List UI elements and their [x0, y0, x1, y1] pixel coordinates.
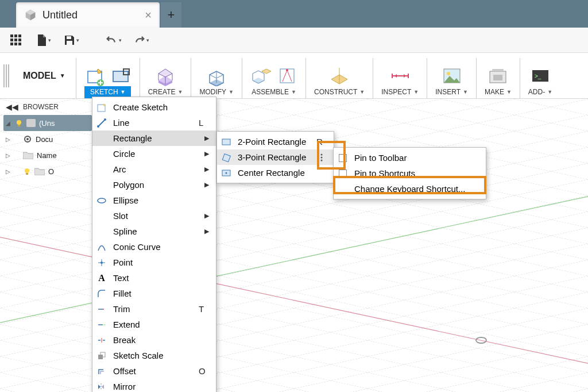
modify-icon[interactable]	[206, 66, 227, 86]
addins-icon[interactable]: >_	[530, 66, 551, 86]
menu-spline[interactable]: Spline▶	[92, 224, 216, 239]
menu-ellipse[interactable]: Ellipse	[92, 193, 216, 208]
ribbon-group-make[interactable]: MAKE	[479, 62, 517, 98]
ctx-change-shortcut[interactable]: Change Keyboard Shortcut...	[334, 181, 486, 197]
cube-icon	[24, 9, 37, 21]
svg-point-40	[98, 198, 106, 203]
new-tab-button[interactable]: +	[161, 2, 181, 28]
menu-line[interactable]: LineL	[92, 115, 216, 130]
svg-point-18	[447, 72, 450, 75]
create-icon[interactable]	[155, 66, 176, 86]
ribbon-grip[interactable]	[3, 64, 9, 87]
save-button[interactable]	[63, 32, 79, 48]
menu-offset[interactable]: OffsetO	[92, 363, 216, 379]
ribbon-group-construct[interactable]: CONSTRUCT	[308, 62, 370, 98]
group-label-inspect[interactable]: INSPECT	[376, 86, 424, 98]
menu-trim[interactable]: TrimT	[92, 301, 216, 317]
ribbon-group-inspect[interactable]: INSPECT	[376, 62, 424, 98]
svg-rect-6	[10, 43, 13, 45]
tree-item-origin[interactable]: ▷ O	[3, 163, 92, 179]
file-button[interactable]	[36, 32, 52, 48]
redo-button[interactable]	[133, 32, 149, 48]
assemble-icon[interactable]	[250, 66, 271, 86]
menu-3pt-rect[interactable]: 3-Point Rectangle	[217, 149, 334, 165]
svg-point-55	[226, 172, 227, 174]
group-label-construct[interactable]: CONSTRUCT	[308, 86, 370, 98]
svg-line-37	[98, 120, 105, 126]
joint-icon[interactable]	[277, 66, 297, 86]
checkbox-icon[interactable]	[339, 154, 347, 162]
menu-2pt-rect[interactable]: 2-Point RectangleR	[217, 134, 334, 149]
insert-icon[interactable]	[442, 66, 462, 86]
menu-scale[interactable]: Sketch Scale	[92, 348, 216, 363]
ribbon-group-modify[interactable]: MODIFY	[194, 62, 239, 98]
svg-rect-20	[493, 75, 502, 80]
menu-mirror[interactable]: Mirror	[92, 379, 216, 392]
group-label-make[interactable]: MAKE	[479, 86, 517, 98]
workspace-switch[interactable]: MODEL	[15, 66, 74, 86]
gear-icon	[23, 134, 32, 144]
menu-break[interactable]: Break	[92, 332, 216, 348]
quick-toolbar	[0, 28, 588, 53]
ribbon: MODEL SKETCH CREATE MODIFY ASSEMBLE CONS…	[0, 53, 588, 99]
checkbox-icon[interactable]	[339, 170, 347, 178]
svg-point-38	[97, 125, 99, 128]
menu-text[interactable]: AText	[92, 270, 216, 286]
folder-icon	[34, 167, 45, 175]
kebab-icon[interactable]	[320, 153, 323, 162]
browser-title: BROWSER	[23, 103, 59, 111]
menu-conic[interactable]: Conic Curve	[92, 239, 216, 255]
tree-item-documents[interactable]: ▷ Docu	[3, 131, 92, 147]
menu-point[interactable]: Point	[92, 255, 216, 270]
sketch2-icon[interactable]	[111, 66, 131, 86]
menu-slot[interactable]: Slot▶	[92, 208, 216, 224]
svg-point-51	[321, 153, 323, 155]
svg-point-52	[321, 156, 323, 158]
inspect-icon[interactable]	[390, 66, 411, 86]
component-icon	[26, 119, 36, 127]
workspace-label: MODEL	[23, 71, 56, 81]
menu-fillet[interactable]: Fillet	[92, 286, 216, 301]
menu-create-sketch[interactable]: Create Sketch	[92, 99, 216, 115]
grid-icon[interactable]	[8, 32, 24, 48]
tree-root[interactable]: ◢ (Uns	[3, 115, 92, 131]
svg-rect-4	[14, 39, 17, 41]
svg-rect-8	[18, 43, 21, 45]
ribbon-group-addins[interactable]: >_ ADD-	[523, 62, 558, 98]
close-tab-icon[interactable]: ×	[145, 9, 152, 22]
tree-item-named[interactable]: ▷ Name	[3, 147, 92, 163]
context-menu: Pin to Toolbar Pin to Shortcuts Change K…	[333, 147, 486, 199]
tree-label: Docu	[36, 135, 53, 144]
undo-button[interactable]	[106, 32, 122, 48]
sketch-menu: Create Sketch LineL Rectangle▶ Circle▶ A…	[92, 97, 216, 392]
title-bar: Untitled × +	[0, 0, 588, 28]
svg-rect-3	[10, 39, 13, 41]
ctx-pin-toolbar[interactable]: Pin to Toolbar	[334, 150, 486, 166]
ctx-pin-shortcuts[interactable]: Pin to Shortcuts	[334, 166, 486, 181]
group-label-addins[interactable]: ADD-	[523, 86, 558, 98]
svg-rect-7	[14, 43, 17, 45]
collapse-icon[interactable]: ◀◀	[6, 102, 18, 112]
ribbon-group-create[interactable]: CREATE	[142, 62, 189, 98]
menu-circle[interactable]: Circle▶	[92, 146, 216, 162]
ribbon-group-insert[interactable]: INSERT	[430, 62, 474, 98]
menu-arc[interactable]: Arc▶	[92, 162, 216, 177]
sketch-icon[interactable]	[84, 66, 105, 86]
browser-panel: ◀◀ BROWSER ◢ (Uns ▷ Docu ▷ Name ▷ O	[0, 99, 92, 179]
menu-rectangle[interactable]: Rectangle▶	[92, 130, 216, 146]
ribbon-group-assemble[interactable]: ASSEMBLE	[245, 62, 303, 98]
group-label-assemble[interactable]: ASSEMBLE	[246, 86, 302, 98]
menu-polygon[interactable]: Polygon▶	[92, 177, 216, 193]
svg-point-39	[104, 118, 106, 121]
document-tab[interactable]: Untitled ×	[16, 2, 160, 28]
ribbon-group-sketch[interactable]: SKETCH	[79, 62, 137, 98]
tab-title: Untitled	[42, 9, 139, 21]
menu-center-rect[interactable]: Center Rectangle	[217, 165, 334, 180]
browser-header[interactable]: ◀◀ BROWSER	[0, 99, 92, 115]
svg-point-33	[26, 138, 29, 140]
construct-icon[interactable]	[329, 66, 350, 86]
menu-extend[interactable]: Extend	[92, 317, 216, 332]
bulb-icon	[15, 119, 23, 127]
group-label-insert[interactable]: INSERT	[430, 86, 474, 98]
make-icon[interactable]	[488, 66, 508, 86]
